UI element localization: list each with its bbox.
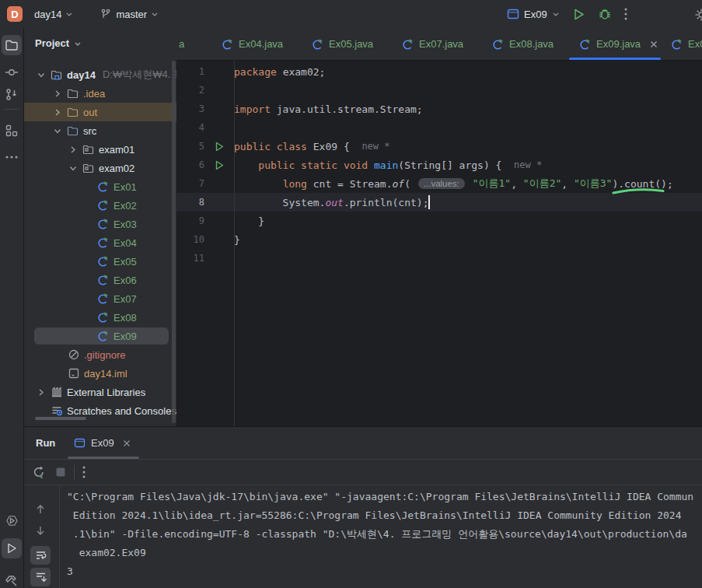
tree-item-ex07[interactable]: Ex07: [24, 289, 176, 308]
line-number: 3: [176, 103, 204, 114]
tab-ex07[interactable]: Ex07.java: [402, 28, 463, 60]
tree-label: Ex04: [114, 237, 137, 249]
tree-project-path: D:₩박세현₩4. 프: [103, 68, 176, 82]
tree-item-exam01[interactable]: exam01: [24, 140, 176, 159]
build-tool-button[interactable]: [2, 571, 22, 588]
tree-item-idea[interactable]: .idea: [24, 84, 176, 103]
tree-item-exam02[interactable]: exam02: [24, 159, 176, 177]
tree-label: exam02: [99, 163, 134, 174]
run-toolbar: [24, 460, 702, 485]
scroll-up-button[interactable]: [30, 499, 51, 518]
stop-button[interactable]: [55, 467, 66, 478]
tree-item-gitignore[interactable]: .gitignore: [24, 345, 176, 364]
console-line: .1\bin" -Dfile.encoding=UTF-8 -classpath…: [67, 525, 702, 544]
tab-ex08[interactable]: Ex08.java: [492, 28, 554, 60]
code-line: 2: [176, 81, 702, 100]
java-class-icon: [97, 330, 110, 342]
tree-label: day14: [67, 69, 96, 81]
more-options-button[interactable]: [624, 8, 627, 20]
tree-label: .gitignore: [84, 349, 125, 361]
tree-item-ex01[interactable]: Ex01: [24, 177, 176, 196]
code-line: 11: [176, 249, 702, 268]
console-line: 3: [67, 562, 702, 581]
run-tool-button[interactable]: [2, 538, 22, 558]
run-panel-title: Run: [36, 437, 55, 449]
project-widget[interactable]: day14: [34, 9, 73, 20]
services-icon: [5, 513, 19, 528]
line-number: 7: [176, 178, 204, 189]
project-panel-title: Project: [35, 37, 69, 49]
tree-item-day14[interactable]: day14 D:₩박세현₩4. 프: [24, 65, 176, 84]
tree-item-ex05[interactable]: Ex05: [24, 252, 176, 271]
run-more-options-button[interactable]: [82, 466, 86, 478]
more-tools-button[interactable]: [2, 147, 22, 167]
tab-ex05[interactable]: Ex05.java: [312, 28, 373, 60]
code-line: 5public class Ex09 { new *: [176, 137, 702, 156]
tree-item-external-libraries[interactable]: External Libraries: [24, 383, 176, 401]
chevron-down-icon: [74, 40, 82, 47]
rerun-button[interactable]: [32, 465, 46, 479]
tree-item-ex08[interactable]: Ex08: [24, 308, 176, 327]
tree-item-ex09[interactable]: Ex09: [24, 327, 176, 345]
tab-ex04[interactable]: Ex04.java: [222, 28, 283, 60]
tree-item-day14-iml[interactable]: day14.iml: [24, 364, 176, 383]
project-horizontal-scrollbar[interactable]: [35, 417, 86, 420]
tab-partial-right[interactable]: Ex0: [671, 28, 702, 60]
tree-item-ex03[interactable]: Ex03: [24, 215, 176, 233]
console-output[interactable]: "C:\Program Files\Java\jdk-17\bin\java.e…: [67, 488, 702, 588]
tree-label: Ex09: [114, 331, 137, 342]
tree-label: src: [83, 125, 96, 137]
tree-label: External Libraries: [67, 387, 145, 398]
run-window-icon: [507, 9, 519, 19]
module-file-icon: [68, 367, 80, 380]
soft-wrap-icon: [35, 550, 47, 561]
settings-gear-icon[interactable]: [694, 8, 702, 22]
soft-wrap-button[interactable]: [30, 546, 51, 565]
close-icon[interactable]: [123, 439, 131, 447]
code-line-current: 8 System.out.println(cnt);: [176, 193, 702, 212]
project-tree: day14 D:₩박세현₩4. 프 .idea out src exam01: [24, 65, 176, 420]
library-icon: [51, 386, 63, 398]
tree-item-ex02[interactable]: Ex02: [24, 196, 176, 215]
git-update-icon: [5, 88, 19, 102]
run-tab-indicator: [68, 457, 139, 459]
structure-tool-button[interactable]: [2, 121, 22, 141]
commit-tool-button[interactable]: [2, 62, 22, 82]
app-logo-icon[interactable]: D: [7, 6, 23, 22]
code-editor[interactable]: 1package exam02; 2 3import java.util.str…: [176, 61, 702, 426]
line-number: 5: [176, 141, 204, 152]
scroll-down-button[interactable]: [30, 521, 51, 540]
close-icon[interactable]: [650, 40, 658, 48]
project-panel: Project day14 D:₩박세현₩4. 프 .idea out src: [24, 28, 176, 426]
tree-label: Ex08: [114, 312, 137, 324]
code-line: 6 public static void main(String[] args)…: [176, 156, 702, 174]
services-tool-button[interactable]: [2, 510, 22, 530]
run-main-gutter-icon[interactable]: [215, 160, 224, 170]
java-class-icon: [97, 180, 110, 193]
run-tab-ex09[interactable]: Ex09: [74, 427, 131, 459]
git-branch-icon: [100, 8, 112, 20]
debug-button[interactable]: [598, 7, 612, 21]
chevron-icon: [38, 72, 45, 78]
tab-partial-left[interactable]: a: [179, 28, 184, 60]
tree-item-out[interactable]: out: [24, 103, 176, 121]
run-class-gutter-icon[interactable]: [215, 142, 224, 152]
tab-ex09-active[interactable]: Ex09.java: [579, 28, 658, 60]
scroll-to-end-button[interactable]: [30, 568, 51, 586]
run-button[interactable]: [572, 8, 585, 21]
java-class-icon: [97, 311, 110, 324]
line-number: 4: [176, 122, 204, 133]
tree-item-ex06[interactable]: Ex06: [24, 271, 176, 289]
java-class-icon: [671, 38, 683, 51]
project-panel-header[interactable]: Project: [35, 37, 82, 49]
tree-item-src[interactable]: src: [24, 121, 176, 140]
run-config-selector[interactable]: Ex09: [507, 9, 560, 20]
line-number: 9: [176, 215, 204, 226]
project-vertical-scrollbar[interactable]: [172, 61, 176, 423]
vcs-tool-button[interactable]: [2, 85, 22, 105]
vcs-branch-widget[interactable]: master: [100, 8, 159, 20]
tree-item-ex04[interactable]: Ex04: [24, 233, 176, 252]
structure-icon: [5, 124, 19, 138]
project-tool-button[interactable]: [2, 35, 22, 55]
line-number: 1: [176, 66, 204, 77]
